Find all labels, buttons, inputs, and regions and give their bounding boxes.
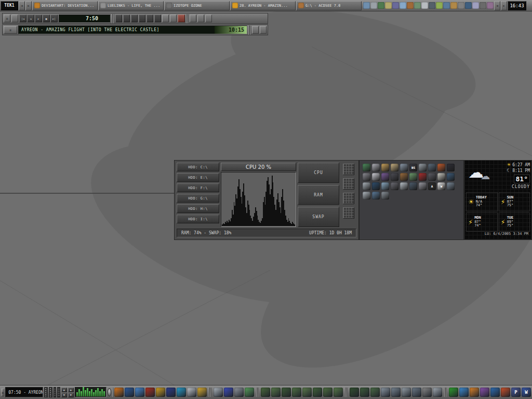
tray-icon[interactable]: [487, 2, 494, 9]
balance-slider[interactable]: [57, 387, 60, 397]
transport-button[interactable]: ◄: [27, 15, 34, 22]
hdd-button[interactable]: HDD: F:\: [177, 183, 219, 192]
dock-icon[interactable]: [400, 164, 408, 171]
dock-icon[interactable]: [437, 173, 445, 181]
tray-icon[interactable]: [480, 2, 486, 9]
dock-icon[interactable]: [363, 173, 370, 181]
transport-button[interactable]: ►|: [50, 15, 58, 22]
tray-icon[interactable]: [370, 2, 377, 9]
transport-button[interactable]: |◄: [19, 15, 26, 22]
tray-icon[interactable]: [436, 2, 443, 9]
quicklaunch-icon[interactable]: [402, 388, 411, 397]
dock-icon[interactable]: BS: [409, 164, 417, 171]
player-config-button[interactable]: [154, 15, 161, 22]
dock-icon[interactable]: [409, 173, 417, 181]
dock-icon[interactable]: [437, 164, 445, 171]
dock-icon[interactable]: [447, 173, 455, 181]
player-minimize-button[interactable]: [162, 15, 169, 22]
quicklaunch-icon[interactable]: W: [522, 388, 531, 397]
taskbar-task-button[interactable]: 28. AYREON - AMAZIN...: [230, 1, 296, 10]
grid-widget-icon[interactable]: [343, 178, 354, 190]
dock-icon[interactable]: [409, 182, 417, 190]
start-button[interactable]: TEK1: [1, 1, 18, 10]
dock-icon[interactable]: [372, 173, 380, 181]
dock-icon[interactable]: [419, 164, 427, 171]
tray-icon[interactable]: [465, 2, 472, 9]
hdd-button[interactable]: HDD: H:\: [177, 204, 219, 213]
round-knob-button[interactable]: [108, 388, 111, 396]
quicklaunch-icon[interactable]: [292, 388, 301, 397]
tray-scroll-right-button[interactable]: ►: [501, 1, 507, 10]
tray-icon[interactable]: [458, 2, 464, 9]
quicklaunch-icon[interactable]: [234, 388, 244, 397]
quicklaunch-icon[interactable]: [360, 388, 369, 397]
title-row-button-1[interactable]: [252, 26, 259, 34]
monitor-mode-button[interactable]: CPU: [298, 163, 339, 183]
tray-icon[interactable]: [385, 2, 392, 9]
record-button[interactable]: [178, 15, 185, 22]
player-menu-button[interactable]: ≡: [4, 15, 10, 22]
dock-icon[interactable]: [428, 164, 436, 171]
transport-button[interactable]: ►: [35, 15, 42, 22]
spin-down-button[interactable]: ▼: [68, 393, 74, 397]
dock-icon[interactable]: W: [437, 182, 445, 190]
dock-icon[interactable]: [381, 164, 389, 171]
quicklaunch-icon[interactable]: [282, 388, 291, 397]
quicklaunch-icon[interactable]: [302, 388, 312, 397]
dock-icon[interactable]: [363, 182, 370, 190]
monitor-mode-button[interactable]: RAM: [298, 185, 339, 205]
bottom-menu-button[interactable]: ≡: [1, 389, 4, 396]
tray-icon[interactable]: [450, 2, 457, 9]
player-playlist-button[interactable]: [123, 15, 130, 22]
player-options-button[interactable]: [11, 15, 18, 22]
quicklaunch-icon[interactable]: [323, 388, 332, 397]
dock-icon[interactable]: [363, 164, 370, 171]
quicklaunch-icon[interactable]: [334, 388, 343, 397]
spin-up-button[interactable]: ▲: [61, 388, 67, 392]
tray-icon[interactable]: [421, 2, 428, 9]
dock-icon[interactable]: [381, 173, 389, 181]
dock-icon[interactable]: [428, 173, 436, 181]
taskbar-scroll-left-button[interactable]: ◄: [19, 1, 25, 10]
quicklaunch-icon[interactable]: [145, 388, 155, 397]
player-shuffle-button[interactable]: [131, 15, 138, 22]
spin-up-button[interactable]: ▲: [68, 388, 74, 392]
tray-icon[interactable]: [429, 2, 435, 9]
tray-icon[interactable]: [392, 2, 399, 9]
volume-slider[interactable]: [54, 387, 56, 397]
quicklaunch-icon[interactable]: [224, 388, 233, 397]
pattern-display-1[interactable]: [44, 387, 48, 397]
player-extra-button-1[interactable]: [190, 15, 196, 22]
player-extra-button-2[interactable]: [197, 15, 204, 22]
quicklaunch-icon[interactable]: [187, 388, 196, 397]
tray-icon[interactable]: [378, 2, 384, 9]
quicklaunch-icon[interactable]: [381, 388, 390, 397]
grid-widget-icon[interactable]: [343, 207, 354, 219]
tray-icon[interactable]: [472, 2, 479, 9]
tray-icon[interactable]: [407, 2, 414, 9]
quicklaunch-icon[interactable]: [422, 388, 432, 397]
taskbar-task-button[interactable]: DEVIANTART: DEVIATION...: [32, 1, 98, 10]
hdd-button[interactable]: HDD: C:\: [177, 163, 219, 171]
dock-icon[interactable]: [391, 164, 398, 171]
quicklaunch-icon[interactable]: [135, 388, 144, 397]
taskbar-task-button[interactable]: LUELINKS - LIFE, THE ...: [98, 1, 164, 10]
quicklaunch-icon[interactable]: [449, 388, 458, 397]
tray-scroll-left-button[interactable]: ◄: [494, 1, 500, 10]
dock-icon[interactable]: [372, 192, 380, 200]
dock-icon[interactable]: [391, 182, 398, 190]
tray-icon[interactable]: [400, 2, 406, 9]
quicklaunch-icon[interactable]: [480, 388, 489, 397]
quicklaunch-icon[interactable]: [156, 388, 165, 397]
dock-icon[interactable]: [447, 182, 455, 190]
tray-icon[interactable]: [443, 2, 450, 9]
dock-icon[interactable]: [363, 192, 370, 200]
hdd-button[interactable]: HDD: G:\: [177, 194, 219, 203]
dock-icon[interactable]: [381, 182, 389, 190]
player-close-button[interactable]: [205, 15, 212, 22]
quicklaunch-icon[interactable]: [490, 388, 500, 397]
quicklaunch-icon[interactable]: [412, 388, 421, 397]
taskbar-task-button[interactable]: IZOTOPE OZONE: [164, 1, 230, 10]
tray-icon[interactable]: [414, 2, 421, 9]
dock-icon[interactable]: A: [428, 182, 436, 190]
